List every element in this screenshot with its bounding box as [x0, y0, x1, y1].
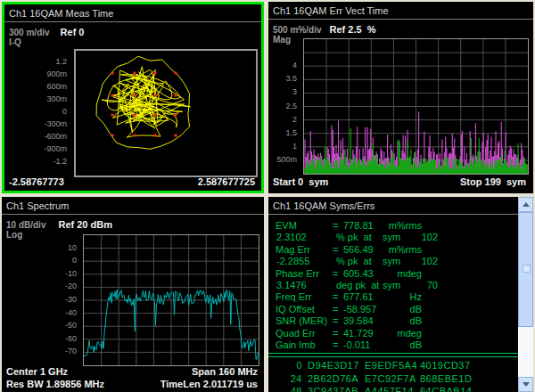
- table-cell: 24: [272, 373, 302, 384]
- span-label: Span 160 MHz: [192, 366, 258, 377]
- table-row: SNR (MER)=39.584dB: [268, 315, 511, 328]
- constellation-plot[interactable]: [74, 49, 258, 177]
- spectrum-plot[interactable]: [83, 234, 259, 366]
- table-cell: 48: [272, 386, 302, 392]
- constellation-point: [111, 72, 114, 75]
- table-cell: IQ Offset: [276, 304, 315, 314]
- spectrum-svg: [84, 235, 259, 365]
- constellation-point: [134, 135, 136, 137]
- table-cell: =: [333, 315, 338, 326]
- table-cell: 2.3102: [276, 232, 307, 242]
- table-cell: dB: [374, 315, 422, 326]
- res-bw-label: Res BW 1.89856 MHz: [6, 379, 104, 389]
- scroll-down-icon: [523, 382, 530, 387]
- table-row: Gain Imb=-0.011dB: [268, 339, 511, 352]
- panel-title: Ch1 16QAM Syms/Errs: [268, 197, 533, 215]
- table-cell: 64CBAB14: [420, 386, 472, 392]
- y-axis-tick: 300m: [2, 94, 67, 103]
- table-cell: Mag Err: [276, 244, 310, 255]
- panel-meas-time[interactable]: Ch1 16QAM Meas Time 300 m/div Ref 0 I-Q …: [2, 2, 264, 193]
- table-cell: 70: [402, 280, 438, 290]
- y-axis-tick: 0: [0, 256, 77, 265]
- panel-syms-errs[interactable]: Ch1 16QAM Syms/Errs EVM=778.81m%rms2.310…: [268, 197, 533, 392]
- stop-sym-label: Stop 199 sym: [460, 176, 526, 187]
- constellation-point: [134, 114, 136, 117]
- table-cell: EVM: [276, 220, 297, 231]
- table-row: Phase Err=605.43mdeg: [268, 268, 511, 281]
- table-cell: 3.1476: [276, 280, 307, 290]
- table-cell: Gain Imb: [276, 339, 316, 350]
- constellation-point: [175, 94, 177, 97]
- y-axis-tick: -70: [0, 347, 77, 355]
- table-cell: SNR (MER): [276, 315, 327, 326]
- scroll-up-icon: [523, 202, 530, 207]
- table-cell: 778.81: [343, 220, 374, 231]
- y-axis-tick: 3: [266, 87, 297, 96]
- err-vect-plot[interactable]: [303, 38, 529, 175]
- y-axis-tick: 10: [0, 243, 77, 252]
- y-axis-tick: -10: [0, 269, 77, 278]
- y-axis-tick: -50: [0, 321, 77, 330]
- table-row: 2.3102% pk atsym102: [268, 232, 511, 244]
- x-axis-start-value: -2.58767773: [9, 176, 64, 187]
- time-len-label: TimeLen 2.011719 us: [160, 379, 258, 389]
- table-cell: =: [333, 339, 338, 350]
- y-axis-tick: -40: [0, 308, 77, 317]
- constellation-point: [154, 94, 157, 97]
- y-axis-tick: 1.2: [2, 57, 67, 66]
- y-axis-tick: -30: [0, 295, 77, 304]
- table-cell: 4019CD37: [420, 360, 471, 371]
- table-cell: -58.957: [343, 304, 376, 314]
- constellation-point: [111, 114, 114, 117]
- table-cell: 0: [272, 360, 302, 371]
- symbol-table-row: 483C9437ABA4457F1464CBAB14: [268, 386, 511, 392]
- table-cell: mdeg: [374, 268, 422, 279]
- y-axis-tick: 500m: [266, 155, 297, 164]
- table-separator: [268, 353, 518, 357]
- y-axis-tick: 4: [266, 61, 297, 69]
- constellation-point: [175, 114, 177, 117]
- scroll-up-button[interactable]: [518, 197, 533, 212]
- panel-err-vect-time[interactable]: Ch1 16QAM Err Vect Time 500 m%/div Ref 2…: [268, 2, 533, 193]
- panel-spectrum[interactable]: Ch1 Spectrum 10 dB/div Ref 20 dBm Log 10…: [2, 197, 264, 392]
- table-cell: E7C92F7A: [365, 373, 416, 384]
- table-cell: % pk at: [336, 232, 372, 242]
- table-cell: 102: [402, 256, 438, 266]
- table-cell: mdeg: [374, 328, 422, 339]
- table-cell: 2B62D76A: [308, 373, 358, 384]
- y-axis-tick: -20: [0, 282, 77, 290]
- table-row: Quad Err=41.729mdeg: [268, 328, 511, 340]
- y-axis-tick: 900m: [2, 69, 67, 78]
- scroll-down-button[interactable]: [518, 377, 533, 392]
- y-axis-tick: 2: [266, 115, 297, 124]
- table-cell: m%rms: [374, 220, 422, 231]
- table-cell: E9EDF5A4: [365, 360, 417, 371]
- scroll-thumb[interactable]: [518, 212, 533, 327]
- y-axis-tick: -900m: [2, 144, 67, 153]
- constellation-point: [154, 114, 157, 117]
- scrollbar[interactable]: [518, 197, 533, 392]
- table-row: Freq Err=677.61Hz: [268, 291, 511, 304]
- table-row: 3.1476deg pk atsym70: [268, 280, 511, 292]
- table-cell: =: [333, 328, 338, 339]
- table-cell: -0.011: [343, 339, 370, 350]
- table-cell: -2.2855: [276, 256, 309, 266]
- constellation-point: [111, 94, 114, 97]
- table-row: EVM=778.81m%rms: [268, 220, 511, 233]
- table-cell: Phase Err: [276, 268, 319, 279]
- constellation-svg: [76, 51, 256, 176]
- y-axis-tick: 1: [266, 142, 297, 151]
- y-axis-tick: 2.5: [266, 102, 297, 110]
- scroll-thumb-grip-icon: [523, 265, 531, 273]
- y-axis-tick: 1.5: [266, 128, 297, 137]
- table-cell: Quad Err: [276, 328, 316, 339]
- constellation-point: [175, 72, 177, 75]
- table-cell: 868EBE1D: [420, 373, 472, 384]
- table-cell: dB: [374, 339, 422, 350]
- y-axis-tick: -1.2: [2, 157, 67, 166]
- x-axis-stop-value: 2.587677725: [198, 176, 255, 187]
- table-row: IQ Offset=-58.957dB: [268, 304, 511, 316]
- table-cell: 3C9437AB: [308, 386, 358, 392]
- table-cell: sym: [383, 280, 400, 290]
- y-axis-tick: -300m: [2, 119, 67, 128]
